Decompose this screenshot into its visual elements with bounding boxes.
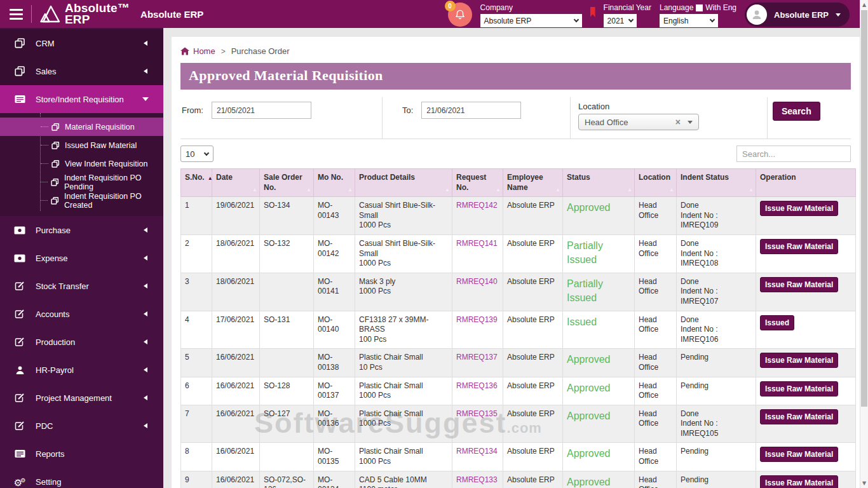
cell-location: Head Office: [635, 197, 677, 235]
sidebar-subitem-material-requisition[interactable]: Material Requisition: [0, 118, 163, 136]
column-header-product-details[interactable]: Product Details: [355, 169, 452, 197]
request-no-link[interactable]: RMREQ141: [456, 239, 498, 248]
column-header-sale-order-no[interactable]: Sale Order No.: [260, 169, 314, 197]
with-eng-label: With Eng: [705, 4, 736, 11]
hamburger-menu-icon[interactable]: [10, 6, 23, 22]
sidebar-item-stock-transfer[interactable]: Stock Transfer: [0, 272, 163, 300]
edit-icon: [13, 309, 26, 319]
issue-raw-material-button[interactable]: Issue Raw Material: [760, 353, 838, 368]
financial-year-select[interactable]: 2021: [604, 14, 637, 27]
filter-bar: From: To: Location Head Office × Search: [180, 97, 851, 139]
sidebar-subitem-label: Issued Raw Material: [65, 141, 137, 150]
collapse-arrow-icon: [144, 339, 147, 344]
search-cell: Search: [768, 97, 851, 139]
cell-location: Head Office: [635, 443, 677, 471]
column-header-mo-no[interactable]: Mo No.: [314, 169, 355, 197]
cell-location: Head Office: [635, 405, 677, 443]
cell-operation: Issue Raw Material: [756, 234, 856, 273]
issue-raw-material-button[interactable]: Issued: [760, 315, 794, 330]
request-no-link[interactable]: RMREQ142: [456, 201, 498, 210]
sidebar-item-store-indent-requisition[interactable]: Store/Indent Requisition: [0, 85, 163, 113]
clear-selection-icon[interactable]: ×: [675, 117, 681, 127]
issue-raw-material-button[interactable]: Issue Raw Material: [760, 447, 838, 462]
sidebar-subitem-view-indent-requisition[interactable]: View Indent Requisition: [0, 154, 163, 173]
location-select[interactable]: Head Office ×: [578, 114, 699, 130]
cell-mo-no: MO-00134: [314, 471, 355, 488]
cell-sale-order-no: [260, 443, 314, 471]
chevron-down-icon: [573, 17, 578, 22]
product-name: Mask 3 ply: [359, 277, 448, 287]
issue-raw-material-button[interactable]: Issue Raw Material: [760, 239, 838, 254]
money-icon: [13, 254, 26, 262]
page-size-select[interactable]: 10: [180, 146, 214, 162]
list-icon: [13, 449, 26, 458]
cell-operation: Issue Raw Material: [756, 273, 856, 311]
cell-product-details: CAD 5 Cable 10MM 1100 meter: [355, 471, 452, 488]
cell-sale-order-no: SO-128: [260, 377, 314, 405]
search-button[interactable]: Search: [773, 102, 820, 121]
table-row: 3 18/06/2021 MO-00141 Mask 3 ply 1000 Pc…: [181, 273, 856, 311]
language-select[interactable]: English: [660, 14, 718, 27]
sidebar-item-project-management[interactable]: Project Management: [0, 384, 163, 412]
product-name: Casual Shirt Blue-Silk-Small: [359, 201, 448, 220]
breadcrumb-home-link[interactable]: Home: [180, 46, 215, 56]
issue-raw-material-button[interactable]: Issue Raw Material: [760, 475, 838, 488]
issue-raw-material-button[interactable]: Issue Raw Material: [760, 277, 838, 292]
issue-raw-material-button[interactable]: Issue Raw Material: [760, 201, 838, 216]
column-header-status[interactable]: Status: [563, 169, 635, 197]
company-select[interactable]: Absolute ERP: [480, 14, 582, 27]
request-no-link[interactable]: RMREQ136: [456, 381, 498, 390]
sidebar-item-hr-payrol[interactable]: HR-Payrol: [0, 356, 163, 384]
table-search-input[interactable]: [736, 146, 851, 162]
sidebar-item-pdc[interactable]: PDC: [0, 412, 163, 440]
cell-indent-status: Pending: [677, 471, 756, 488]
table-header-row: S.No.▲ Date Sale Order No. Mo No. Produc…: [181, 169, 856, 197]
scrollbar-up-arrow-icon[interactable]: ▲: [860, 2, 868, 8]
issue-raw-material-button[interactable]: Issue Raw Material: [760, 409, 838, 424]
cell-employee-name: Absolute ERP: [503, 234, 563, 273]
request-no-link[interactable]: RMREQ140: [456, 277, 498, 286]
sidebar-item-reports[interactable]: Reports: [0, 440, 163, 468]
request-no-link[interactable]: RMREQ137: [456, 353, 498, 362]
product-qty: 1000 Pcs: [359, 391, 448, 401]
sidebar-subitem-indent-requisition-po-pending[interactable]: Indent Requisition PO Pending: [0, 173, 163, 191]
to-label: To:: [402, 102, 413, 115]
edit-icon: [13, 337, 26, 347]
sidebar-subitem-indent-requisition-po-created[interactable]: Indent Requisition PO Created: [0, 191, 163, 210]
request-no-link[interactable]: RMREQ134: [456, 447, 498, 456]
cell-date: 16/06/2021: [212, 443, 260, 471]
column-header-location[interactable]: Location: [635, 169, 677, 197]
sidebar-item-production[interactable]: Production: [0, 328, 163, 356]
request-no-link[interactable]: RMREQ133: [456, 475, 498, 484]
cell-request-no: RMREQ142: [452, 197, 503, 235]
column-header-employee-name[interactable]: Employee Name: [503, 169, 563, 197]
request-no-link[interactable]: RMREQ135: [456, 409, 498, 418]
column-header-indent-status[interactable]: Indent Status: [677, 169, 756, 197]
sidebar-item-crm[interactable]: CRM: [0, 29, 163, 57]
notification-bell-button[interactable]: 0: [448, 3, 472, 27]
pages-icon: [51, 160, 60, 168]
scrollbar-thumb[interactable]: [861, 10, 867, 407]
cell-status: Partially Issued: [563, 234, 635, 273]
sidebar-subitem-issued-raw-material[interactable]: Issued Raw Material: [0, 136, 163, 154]
cell-operation: Issue Raw Material: [756, 349, 856, 377]
issue-raw-material-button[interactable]: Issue Raw Material: [760, 381, 838, 396]
sidebar-item-sales[interactable]: Sales: [0, 57, 163, 85]
sidebar-item-expense[interactable]: Expense: [0, 244, 163, 272]
sidebar-item-label: HR-Payrol: [36, 365, 74, 375]
with-eng-checkbox[interactable]: [696, 4, 703, 11]
to-date-input[interactable]: [421, 102, 521, 119]
sidebar-item-purchase[interactable]: Purchase: [0, 216, 163, 244]
column-header-sno[interactable]: S.No.▲: [181, 169, 212, 197]
sidebar-item-accounts[interactable]: Accounts: [0, 300, 163, 328]
sidebar-item-setting[interactable]: ⚙⚙ Setting: [0, 468, 163, 488]
request-no-link[interactable]: RMREQ139: [456, 315, 498, 324]
user-menu-button[interactable]: Absolute ERP: [745, 3, 850, 27]
from-date-input[interactable]: [212, 102, 311, 119]
cell-date: 16/06/2021: [212, 349, 260, 377]
scrollbar-down-arrow-icon[interactable]: ▼: [860, 480, 868, 486]
chevron-down-icon: [710, 17, 715, 22]
column-header-request-no[interactable]: Request No.: [452, 169, 503, 197]
column-header-date[interactable]: Date: [212, 169, 260, 197]
page-scrollbar[interactable]: ▲ ▼: [860, 0, 868, 488]
